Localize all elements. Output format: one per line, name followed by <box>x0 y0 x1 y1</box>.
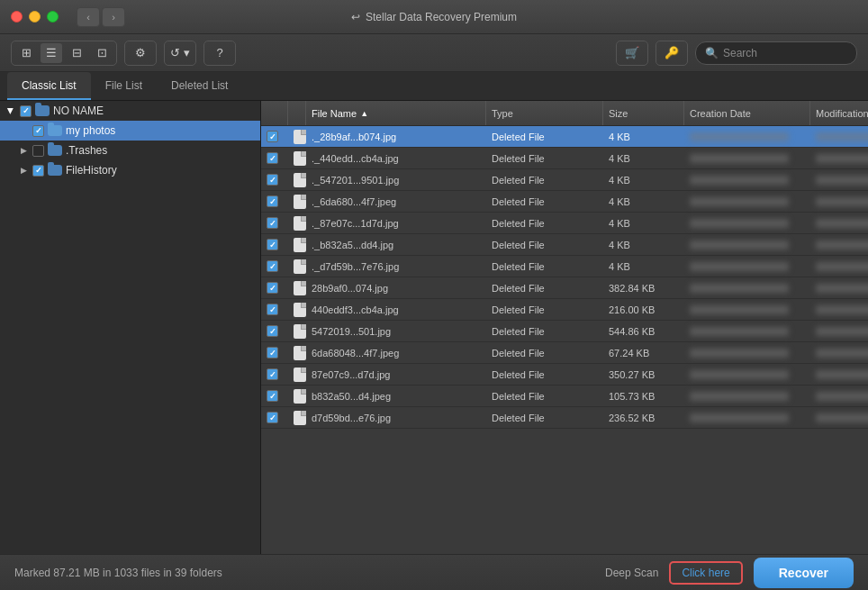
table-row[interactable]: ._440edd...cb4a.jpg Deleted File 4 KB <box>261 148 868 169</box>
td-icon <box>288 386 306 406</box>
view-columns-button[interactable]: ⊟ <box>66 43 87 63</box>
table-row[interactable]: ._6da680...4f7.jpeg Deleted File 4 KB <box>261 191 868 213</box>
row-checkbox-11[interactable] <box>267 368 278 380</box>
table-header: File Name ▲ Type Size Creation Date Modi… <box>261 101 868 126</box>
row-checkbox-7[interactable] <box>267 282 278 294</box>
td-size: 236.52 KB <box>603 407 684 428</box>
th-type[interactable]: Type <box>486 101 603 125</box>
cart-button[interactable]: 🛒 <box>616 41 648 66</box>
row-checkbox-5[interactable] <box>267 239 278 250</box>
checkbox-trashes[interactable] <box>32 145 44 157</box>
td-checkbox[interactable] <box>261 277 288 298</box>
th-filename[interactable]: File Name ▲ <box>306 101 486 125</box>
row-checkbox-0[interactable] <box>267 131 278 142</box>
view-grid-button[interactable]: ⊞ <box>15 43 37 63</box>
key-button[interactable]: 🔑 <box>656 41 688 66</box>
td-checkbox[interactable] <box>261 342 288 363</box>
table-row[interactable]: ._87e07c...1d7d.jpg Deleted File 4 KB <box>261 213 868 234</box>
td-filename: 5472019...501.jpg <box>306 321 486 341</box>
tab-bar: Classic List File List Deleted List <box>0 72 868 101</box>
td-checkbox[interactable] <box>261 364 288 385</box>
td-creation-date <box>684 126 810 147</box>
maximize-button[interactable] <box>47 11 59 23</box>
close-button[interactable] <box>11 11 23 23</box>
recover-button[interactable]: Recover <box>754 558 854 588</box>
td-type: Deleted File <box>486 191 603 212</box>
file-icon-6 <box>294 259 306 274</box>
table-row[interactable]: b832a50...d4.jpeg Deleted File 105.73 KB <box>261 386 868 407</box>
table-row[interactable]: 440eddf3...cb4a.jpg Deleted File 216.00 … <box>261 299 868 321</box>
traffic-lights <box>11 11 59 23</box>
history-button[interactable]: ↺ ▾ <box>164 41 196 66</box>
help-button[interactable]: ? <box>203 41 236 66</box>
minimize-button[interactable] <box>29 11 41 23</box>
td-checkbox[interactable] <box>261 256 288 277</box>
td-filename: 87e07c9...d7d.jpg <box>306 364 486 385</box>
click-here-button[interactable]: Click here <box>669 561 742 585</box>
td-type: Deleted File <box>486 148 603 168</box>
th-size[interactable]: Size <box>603 101 684 125</box>
td-checkbox[interactable] <box>261 126 288 147</box>
table-row[interactable]: 5472019...501.jpg Deleted File 544.86 KB <box>261 321 868 342</box>
checkbox-file-history[interactable] <box>32 165 44 177</box>
tab-file-list[interactable]: File List <box>91 72 157 100</box>
tree-item-my-photos[interactable]: my photos <box>0 121 260 141</box>
table-row[interactable]: ._b832a5...dd4.jpg Deleted File 4 KB <box>261 234 868 256</box>
tree-item-no-name[interactable]: ▶ NO NAME <box>0 101 260 121</box>
search-box[interactable]: 🔍 <box>695 41 857 65</box>
checkbox-my-photos[interactable] <box>32 125 44 137</box>
back-button[interactable]: ‹ <box>77 7 100 27</box>
row-checkbox-12[interactable] <box>267 390 278 402</box>
file-icon-12 <box>294 389 306 404</box>
td-checkbox[interactable] <box>261 386 288 406</box>
checkbox-no-name[interactable] <box>20 105 32 117</box>
row-checkbox-4[interactable] <box>267 217 278 229</box>
settings-button[interactable]: ⚙ <box>124 41 157 66</box>
table-row[interactable]: ._547201...9501.jpg Deleted File 4 KB <box>261 169 868 191</box>
table-row[interactable]: 28b9af0...074.jpg Deleted File 382.84 KB <box>261 277 868 299</box>
row-checkbox-10[interactable] <box>267 347 278 359</box>
td-checkbox[interactable] <box>261 299 288 320</box>
td-filename: b832a50...d4.jpeg <box>306 386 486 406</box>
row-checkbox-9[interactable] <box>267 325 278 337</box>
view-list-button[interactable]: ☰ <box>41 43 62 63</box>
view-film-button[interactable]: ⊡ <box>91 43 113 63</box>
td-checkbox[interactable] <box>261 169 288 190</box>
table-row[interactable]: d7d59bd...e76.jpg Deleted File 236.52 KB <box>261 407 868 429</box>
td-checkbox[interactable] <box>261 191 288 212</box>
file-icon-5 <box>294 238 306 252</box>
th-modification-date[interactable]: Modification Date <box>810 101 868 125</box>
table-row[interactable]: ._d7d59b...7e76.jpg Deleted File 4 KB <box>261 256 868 277</box>
td-size: 105.73 KB <box>603 386 684 406</box>
td-modification-date <box>810 169 868 190</box>
td-filename: 28b9af0...074.jpg <box>306 277 486 298</box>
td-type: Deleted File <box>486 213 603 233</box>
row-checkbox-8[interactable] <box>267 304 278 315</box>
td-type: Deleted File <box>486 386 603 406</box>
td-icon <box>288 277 306 298</box>
table-row[interactable]: ._28b9af...b074.jpg Deleted File 4 KB <box>261 126 868 148</box>
tab-deleted-list[interactable]: Deleted List <box>157 72 242 100</box>
tree-item-trashes[interactable]: ▶ .Trashes <box>0 141 260 160</box>
td-creation-date <box>684 234 810 255</box>
tree-item-file-history[interactable]: ▶ FileHistory <box>0 160 260 180</box>
search-input[interactable] <box>723 47 847 59</box>
td-filename: 440eddf3...cb4a.jpg <box>306 299 486 320</box>
td-checkbox[interactable] <box>261 234 288 255</box>
row-checkbox-2[interactable] <box>267 174 278 186</box>
td-size: 4 KB <box>603 148 684 168</box>
row-checkbox-6[interactable] <box>267 260 278 272</box>
td-checkbox[interactable] <box>261 321 288 341</box>
th-creation-date[interactable]: Creation Date <box>684 101 810 125</box>
td-checkbox[interactable] <box>261 213 288 233</box>
table-row[interactable]: 87e07c9...d7d.jpg Deleted File 350.27 KB <box>261 364 868 386</box>
row-checkbox-13[interactable] <box>267 412 278 423</box>
row-checkbox-3[interactable] <box>267 195 278 207</box>
td-checkbox[interactable] <box>261 407 288 428</box>
td-type: Deleted File <box>486 234 603 255</box>
tab-classic-list[interactable]: Classic List <box>7 72 91 100</box>
row-checkbox-1[interactable] <box>267 152 278 164</box>
table-row[interactable]: 6da68048...4f7.jpeg Deleted File 67.24 K… <box>261 342 868 364</box>
forward-button[interactable]: › <box>102 7 125 27</box>
td-checkbox[interactable] <box>261 148 288 168</box>
